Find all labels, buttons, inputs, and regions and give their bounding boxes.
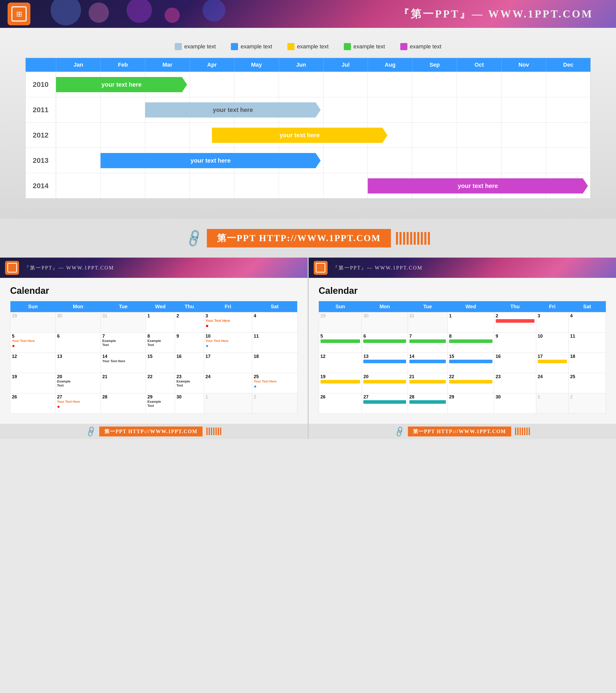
right-week-3: 12 13 14 15 16 — [319, 353, 606, 373]
event-bar — [363, 360, 406, 363]
sep-line-5 — [410, 232, 412, 245]
gantt-cell-2010-10 — [457, 72, 501, 97]
header-title: 『第一PPT』— WWW.1PPT.COM — [398, 7, 593, 21]
gantt-row-2012: 2012 your text here — [25, 122, 591, 148]
gantt-cell-2014-2 — [101, 173, 145, 198]
right-week-1: 29 30 31 1 2 3 4 — [319, 312, 606, 333]
gantt-month-jan: Jan — [56, 58, 101, 72]
header-logo: ⊞ — [7, 2, 30, 25]
left-footer-line-5 — [215, 428, 217, 435]
right-cal-mon: Mon — [362, 301, 408, 312]
gantt-month-nov: Nov — [501, 58, 546, 72]
gantt-section: example text example text example text e… — [0, 28, 616, 219]
right-cal-sun: Sun — [319, 301, 362, 312]
table-row: 16 — [494, 353, 536, 373]
left-cal-wed: Wed — [146, 301, 175, 312]
legend-label-1: example text — [241, 43, 272, 50]
gantt-cell-2012-1 — [56, 123, 101, 148]
legend-label-4: example text — [410, 43, 442, 50]
legend-item-4: example text — [400, 43, 442, 50]
left-footer-link-icon: 🔗 — [85, 425, 97, 438]
gantt-cell-2011-11 — [501, 97, 546, 122]
table-row: 9 — [494, 333, 536, 353]
left-cal-sat: Sat — [252, 301, 297, 312]
event-text: ExampleText — [177, 379, 202, 387]
gantt-row-2011: 2011 your text here — [25, 97, 591, 122]
gantt-cell-2013-7 — [323, 148, 368, 173]
gantt-month-jun: Jun — [279, 58, 323, 72]
right-panel: 『第一PPT』— WWW.1PPT.COM Calendar Sun Mon T… — [309, 258, 616, 439]
gantt-year-2013: 2013 — [25, 148, 56, 173]
right-week-4: 19 20 21 22 — [319, 373, 606, 393]
event-bar — [363, 339, 406, 343]
table-row: 8 — [447, 333, 494, 353]
gantt-cell-2014-3 — [145, 173, 190, 198]
sep-line-6 — [414, 232, 416, 245]
table-row: 13 — [362, 353, 408, 373]
table-row: 20 — [362, 373, 408, 393]
table-row: 5 — [319, 333, 362, 353]
left-footer-line-7 — [220, 428, 221, 435]
event-text: ExampleText — [147, 339, 173, 347]
left-footer-line-4 — [213, 428, 214, 435]
gantt-month-oct: Oct — [457, 58, 501, 72]
gantt-header: Jan Feb Mar Apr May Jun Jul Aug Sep Oct … — [25, 58, 591, 72]
table-row: 26 — [11, 393, 56, 414]
right-calendar-table: Sun Mon Tue Wed Thu Fri Sat 29 30 31 — [319, 301, 606, 414]
separator: 🔗 第一PPT HTTP://WWW.1PPT.COM — [0, 219, 616, 258]
sep-line-3 — [403, 232, 405, 245]
left-cal-header-row: Sun Mon Tue Wed Thu Fri Sat — [11, 301, 297, 312]
gantt-month-apr: Apr — [190, 58, 234, 72]
right-panel-logo — [314, 261, 328, 275]
legend-item-2: example text — [287, 43, 329, 50]
gantt-cell-2010-7 — [323, 72, 368, 97]
left-footer-text: 第一PPT HTTP://WWW.1PPT.COM — [99, 427, 203, 436]
table-row: 28 — [408, 393, 447, 414]
sep-line-10 — [428, 232, 430, 245]
table-row: 23 ExampleText — [175, 373, 204, 393]
table-row: 9 — [175, 333, 204, 353]
gantt-month-may: May — [234, 58, 279, 72]
event-bar — [363, 400, 406, 404]
gantt-cell-2011-10 — [457, 97, 501, 122]
gantt-cell-2011-7 — [323, 97, 368, 122]
gantt-cell-2010-11 — [501, 72, 546, 97]
right-panel-footer: 🔗 第一PPT HTTP://WWW.1PPT.COM — [309, 424, 616, 439]
bokeh-2 — [89, 2, 109, 23]
left-calendar-table: Sun Mon Tue Wed Thu Fri Sat 29 30 31 — [10, 301, 297, 414]
right-footer-lines — [515, 428, 530, 435]
gantt-cell-2010-8 — [368, 72, 412, 97]
left-week-1: 29 30 31 1 2 3 Your Text Here 4 — [11, 312, 297, 333]
gantt-cell-2014-6 — [279, 173, 323, 198]
table-row: 30 — [175, 393, 204, 414]
legend-label-0: example text — [184, 43, 216, 50]
left-cal-fri: Fri — [204, 301, 252, 312]
table-row: 13 — [56, 353, 101, 373]
gantt-cell-2011-8 — [368, 97, 412, 122]
table-row: 14 Your Text Here — [101, 353, 146, 373]
event-bar — [321, 380, 360, 383]
table-row: 30 — [56, 312, 101, 333]
table-row: 1 — [447, 312, 494, 333]
table-row: 2 — [252, 393, 297, 414]
legend-item-0: example text — [175, 43, 216, 50]
table-row: 27 Your Text Here — [56, 393, 101, 414]
gantt-cell-2012-2 — [101, 123, 145, 148]
event-text: Your Text Here — [57, 400, 99, 404]
table-row: 31 — [101, 312, 146, 333]
gantt-cell-2010-4 — [190, 72, 234, 97]
legend-color-1 — [231, 43, 238, 50]
table-row: 4 — [569, 312, 605, 333]
gantt-cell-2012-3 — [145, 123, 190, 148]
gantt-cell-2012-9 — [412, 123, 457, 148]
table-row: 18 — [569, 353, 605, 373]
legend-color-4 — [400, 43, 407, 50]
event-text: ExampleText — [147, 400, 173, 408]
gantt-cell-2013-1 — [56, 148, 101, 173]
table-row: 29 ExampleText — [146, 393, 175, 414]
table-row: 2 — [175, 312, 204, 333]
gantt-year-2010: 2010 — [25, 72, 56, 97]
gantt-cell-2014-7 — [323, 173, 368, 198]
table-row: 21 — [101, 373, 146, 393]
gantt-header-empty — [25, 58, 56, 72]
